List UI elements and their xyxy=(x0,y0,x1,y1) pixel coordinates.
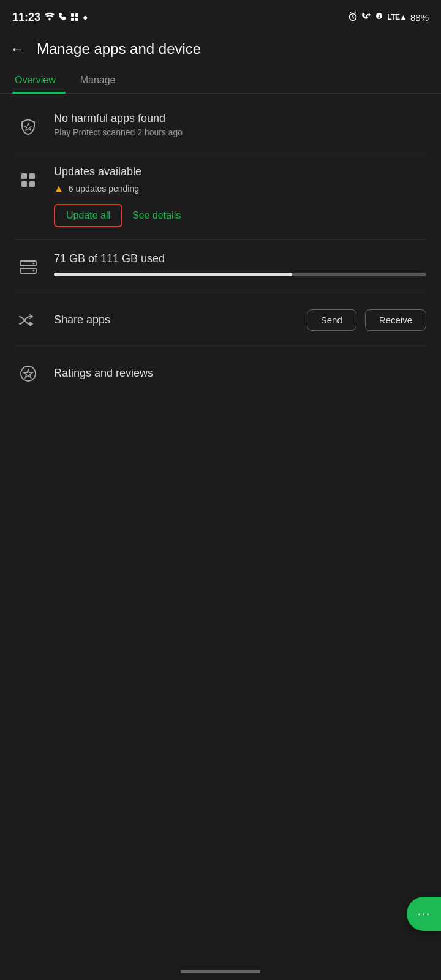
send-button[interactable]: Send xyxy=(307,309,356,331)
share-buttons: Send Receive xyxy=(307,309,426,331)
fab-button[interactable]: ··· xyxy=(407,897,441,931)
share-icon xyxy=(15,307,42,334)
receive-button[interactable]: Receive xyxy=(365,309,426,331)
call-forward-icon xyxy=(361,12,371,23)
svg-marker-19 xyxy=(24,369,32,378)
play-protect-subtitle: Play Protect scanned 2 hours ago xyxy=(54,127,426,137)
content-area: No harmful apps found Play Protect scann… xyxy=(0,94,441,405)
ratings-section: Ratings and reviews xyxy=(0,347,441,399)
svg-marker-9 xyxy=(24,123,32,130)
status-icons: ● xyxy=(44,12,88,23)
status-bar: 11:23 xyxy=(0,0,441,32)
shield-icon xyxy=(15,113,42,140)
svg-rect-11 xyxy=(29,173,35,179)
updates-actions: Update all See details xyxy=(54,204,426,227)
ratings-title: Ratings and reviews xyxy=(54,367,153,379)
status-left: 11:23 xyxy=(12,11,88,24)
status-right: LTE▲ 88% xyxy=(348,12,429,23)
play-protect-section: No harmful apps found Play Protect scann… xyxy=(0,100,441,153)
update-all-button[interactable]: Update all xyxy=(54,204,123,227)
storage-bar-container xyxy=(54,273,426,276)
storage-section: 71 GB of 111 GB used xyxy=(0,240,441,293)
svg-line-7 xyxy=(350,12,351,13)
storage-content: 71 GB of 111 GB used xyxy=(54,252,426,276)
page-title: Manage apps and device xyxy=(37,40,201,58)
storage-bar-fill xyxy=(54,273,292,276)
updates-info: Updates available ▲ 6 updates pending xyxy=(54,165,426,194)
play-protect-title: No harmful apps found xyxy=(54,112,426,125)
wifi-icon xyxy=(44,12,55,23)
fab-dots-icon: ··· xyxy=(417,906,430,922)
top-bar: ← Manage apps and device xyxy=(0,32,441,66)
tab-overview[interactable]: Overview xyxy=(12,66,66,93)
battery-level: 88% xyxy=(410,12,429,23)
alarm-icon xyxy=(348,12,358,23)
see-details-button[interactable]: See details xyxy=(132,210,181,221)
lte-signal-icon: LTE▲ xyxy=(387,13,407,21)
home-indicator xyxy=(181,970,260,973)
svg-line-8 xyxy=(355,12,356,13)
svg-rect-12 xyxy=(21,181,27,187)
play-protect-content: No harmful apps found Play Protect scann… xyxy=(54,112,426,137)
updates-title: Updates available xyxy=(54,165,426,178)
teams-icon xyxy=(70,12,80,23)
share-apps-section: Share apps Send Receive xyxy=(0,293,441,346)
call-icon xyxy=(58,12,67,23)
share-apps-title: Share apps xyxy=(54,314,110,326)
svg-rect-2 xyxy=(71,18,74,21)
storage-title: 71 GB of 111 GB used xyxy=(54,252,426,265)
svg-rect-0 xyxy=(71,13,74,17)
svg-point-16 xyxy=(33,263,35,265)
updates-pending: ▲ 6 updates pending xyxy=(54,183,426,194)
svg-line-6 xyxy=(353,17,354,18)
notification-dot: ● xyxy=(83,12,88,22)
back-button[interactable]: ← xyxy=(10,40,24,58)
svg-rect-13 xyxy=(29,181,35,187)
tab-manage[interactable]: Manage xyxy=(78,66,126,93)
svg-rect-3 xyxy=(75,18,78,21)
tabs-container: Overview Manage xyxy=(0,66,441,94)
storage-icon xyxy=(15,254,42,281)
status-time: 11:23 xyxy=(12,11,40,24)
star-icon xyxy=(15,360,42,387)
svg-rect-1 xyxy=(75,13,78,17)
share-apps-label: Share apps xyxy=(54,314,295,326)
updates-section: Updates available ▲ 6 updates pending Up… xyxy=(0,153,441,239)
apps-icon xyxy=(15,167,42,194)
updates-header: Updates available ▲ 6 updates pending xyxy=(15,165,426,194)
warning-triangle-icon: ▲ xyxy=(54,183,64,194)
ratings-content: Ratings and reviews xyxy=(54,367,153,380)
svg-rect-10 xyxy=(21,173,27,179)
updates-count: 6 updates pending xyxy=(69,184,139,194)
vpn-icon xyxy=(375,12,383,23)
svg-point-17 xyxy=(33,270,35,272)
